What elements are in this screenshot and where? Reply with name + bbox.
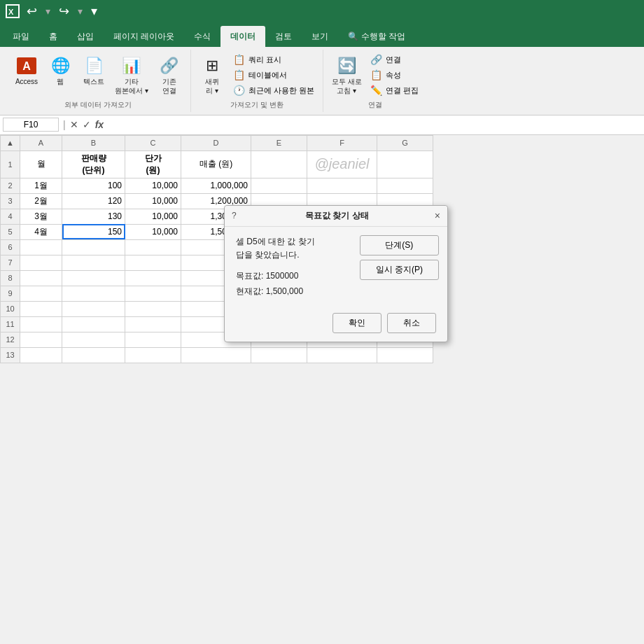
cell-a8[interactable] xyxy=(20,270,62,286)
tab-formula[interactable]: 수식 xyxy=(184,26,220,47)
row-header-1[interactable]: 1 xyxy=(1,150,20,178)
cell-f1[interactable]: @jeaniel xyxy=(307,150,377,178)
recent-sources-button[interactable]: 🕐 최근에 사용한 원본 xyxy=(230,83,317,97)
cancel-button[interactable]: 취소 xyxy=(387,313,436,333)
new-query-button[interactable]: ⊞ 새퀴 리 ▾ xyxy=(197,52,227,97)
tab-insert[interactable]: 삽입 xyxy=(67,26,104,47)
cell-c1[interactable]: 단가(원) xyxy=(125,150,181,178)
cell-reference[interactable]: F10 xyxy=(3,118,59,132)
cell-b5[interactable]: 150 xyxy=(62,224,125,239)
redo-button[interactable]: ↪ xyxy=(56,5,72,18)
cell-a4[interactable]: 3월 xyxy=(20,209,62,224)
cell-c13[interactable] xyxy=(125,347,181,363)
other-sources-button[interactable]: 📊 기타 원본에서 ▾ xyxy=(112,52,151,97)
row-header-8[interactable]: 8 xyxy=(1,270,20,286)
row-header-9[interactable]: 9 xyxy=(1,286,20,301)
row-header-6[interactable]: 6 xyxy=(1,239,20,255)
cell-c8[interactable] xyxy=(125,270,181,286)
cell-a2[interactable]: 1월 xyxy=(20,178,62,193)
cell-c9[interactable] xyxy=(125,286,181,301)
col-header-f[interactable]: F xyxy=(307,135,377,150)
cell-b8[interactable] xyxy=(62,270,125,286)
cell-b10[interactable] xyxy=(62,301,125,316)
access-button[interactable]: A Access xyxy=(11,52,42,88)
tab-view[interactable]: 보기 xyxy=(302,26,338,47)
cancel-icon[interactable]: ✕ xyxy=(70,119,78,130)
web-button[interactable]: 🌐 웹 xyxy=(45,52,76,88)
cell-b11[interactable] xyxy=(62,316,125,332)
cell-e1[interactable] xyxy=(251,150,307,178)
row-header-12[interactable]: 12 xyxy=(1,332,20,347)
tab-search[interactable]: 🔍 수행할 작업 xyxy=(338,26,415,47)
row-header-7[interactable]: 7 xyxy=(1,255,20,270)
formula-input[interactable] xyxy=(106,118,641,131)
cell-b13[interactable] xyxy=(62,347,125,363)
refresh-all-button[interactable]: 🔄 모두 새로 고침 ▾ xyxy=(329,52,365,97)
tab-page-layout[interactable]: 페이지 레이아웃 xyxy=(104,26,184,47)
cell-c7[interactable] xyxy=(125,255,181,270)
col-header-c[interactable]: C xyxy=(125,135,181,150)
cell-a3[interactable]: 2월 xyxy=(20,193,62,209)
tab-review[interactable]: 검토 xyxy=(265,26,302,47)
col-header-g[interactable]: G xyxy=(377,135,433,150)
row-header-4[interactable]: 4 xyxy=(1,209,20,224)
cell-a10[interactable] xyxy=(20,301,62,316)
cell-b3[interactable]: 120 xyxy=(62,193,125,209)
cell-g13[interactable] xyxy=(377,347,433,363)
cell-d1[interactable]: 매출 (원) xyxy=(181,150,251,178)
row-header-13[interactable]: 13 xyxy=(1,347,20,363)
show-query-button[interactable]: 📋 쿼리 표시 xyxy=(230,52,317,66)
tab-file[interactable]: 파일 xyxy=(3,26,39,47)
cell-b1[interactable]: 판매량(단위) xyxy=(62,150,125,178)
customize-button[interactable]: ▾ xyxy=(88,5,100,18)
cell-c6[interactable] xyxy=(125,239,181,255)
edit-connections-button[interactable]: ✏️ 연결 편집 xyxy=(368,83,421,97)
col-header-d[interactable]: D xyxy=(181,135,251,150)
tab-home[interactable]: 홈 xyxy=(39,26,67,47)
tab-data[interactable]: 데이터 xyxy=(220,26,265,47)
cell-c12[interactable] xyxy=(125,332,181,347)
ok-button[interactable]: 확인 xyxy=(332,313,382,333)
cell-a12[interactable] xyxy=(20,332,62,347)
row-header-10[interactable]: 10 xyxy=(1,301,20,316)
cell-d13[interactable] xyxy=(181,347,251,363)
cell-b4[interactable]: 130 xyxy=(62,209,125,224)
row-header-5[interactable]: 5 xyxy=(1,224,20,239)
cell-g1[interactable] xyxy=(377,150,433,178)
cell-a6[interactable] xyxy=(20,239,62,255)
cell-a1[interactable]: 월 xyxy=(20,150,62,178)
cell-g2[interactable] xyxy=(377,178,433,193)
cell-b2[interactable]: 100 xyxy=(62,178,125,193)
cell-b12[interactable] xyxy=(62,332,125,347)
cell-c11[interactable] xyxy=(125,316,181,332)
cell-a9[interactable] xyxy=(20,286,62,301)
cell-e2[interactable] xyxy=(251,178,307,193)
cell-c3[interactable]: 10,000 xyxy=(125,193,181,209)
step-button[interactable]: 단계(S) xyxy=(360,235,439,255)
cell-b9[interactable] xyxy=(62,286,125,301)
from-table-button[interactable]: 📋 테이블에서 xyxy=(230,68,317,82)
cell-b7[interactable] xyxy=(62,255,125,270)
cell-f13[interactable] xyxy=(307,347,377,363)
cell-c4[interactable]: 10,000 xyxy=(125,209,181,224)
cell-f2[interactable] xyxy=(307,178,377,193)
fx-icon[interactable]: fx xyxy=(95,119,104,130)
connections-button[interactable]: 🔗 연결 xyxy=(368,52,421,66)
text-button[interactable]: 📄 텍스트 xyxy=(78,52,109,88)
cell-b6[interactable] xyxy=(62,239,125,255)
cell-c2[interactable]: 10,000 xyxy=(125,178,181,193)
pause-button[interactable]: 일시 중지(P) xyxy=(360,260,439,280)
cell-d2[interactable]: 1,000,000 xyxy=(181,178,251,193)
dialog-close-button[interactable]: × xyxy=(435,210,440,221)
col-header-b[interactable]: B xyxy=(62,135,125,150)
cell-e13[interactable] xyxy=(251,347,307,363)
cell-a7[interactable] xyxy=(20,255,62,270)
col-header-e[interactable]: E xyxy=(251,135,307,150)
row-header-3[interactable]: 3 xyxy=(1,193,20,209)
cell-c5[interactable]: 10,000 xyxy=(125,224,181,239)
cell-c10[interactable] xyxy=(125,301,181,316)
undo-button[interactable]: ↩ xyxy=(24,5,40,18)
cell-a11[interactable] xyxy=(20,316,62,332)
existing-connection-button[interactable]: 🔗 기존 연결 xyxy=(154,52,185,97)
row-header-2[interactable]: 2 xyxy=(1,178,20,193)
